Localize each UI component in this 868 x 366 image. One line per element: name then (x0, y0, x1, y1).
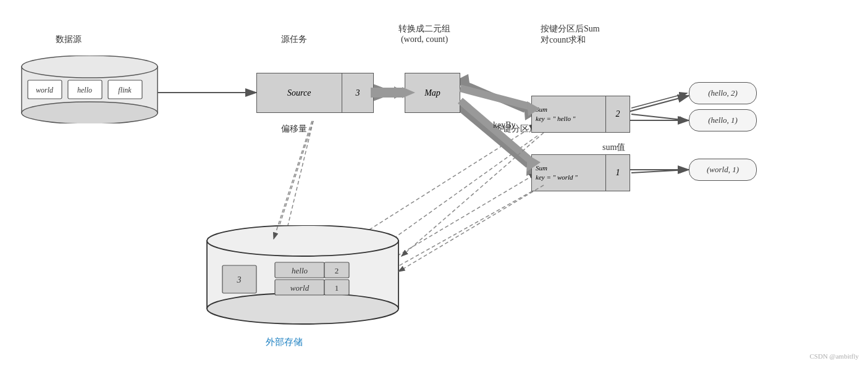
svg-line-0 (284, 121, 313, 241)
svg-point-32 (207, 225, 398, 256)
sum-world-box: Sumkey = " world " 1 (531, 154, 630, 191)
source-label: Source (257, 88, 342, 98)
sum-section-label: 按键分区后Sum 对count求和 (541, 23, 600, 46)
svg-line-16 (624, 96, 689, 113)
sum-world-num: 1 (606, 168, 630, 178)
svg-point-23 (22, 56, 158, 78)
transform-label: 转换成二元组 (word, count) (398, 23, 450, 44)
result2-box: (hello, 1) (689, 109, 757, 131)
svg-text:3: 3 (237, 275, 242, 285)
external-db: 3 hello 2 world 1 hello world (204, 225, 402, 333)
sum-val-label: sum值 (602, 142, 625, 153)
svg-line-14 (456, 105, 528, 165)
svg-text:hello: hello (292, 266, 308, 275)
result3-box: (world, 1) (689, 159, 757, 181)
svg-text:1: 1 (335, 283, 339, 293)
svg-text:flink: flink (118, 86, 132, 94)
watermark: CSDN @ambitfly (810, 352, 859, 360)
svg-line-2 (383, 188, 537, 275)
source-num: 3 (342, 88, 373, 98)
svg-line-12 (456, 80, 525, 110)
source-task-label: 源任务 (281, 34, 307, 45)
datasource-label: 数据源 (56, 34, 82, 45)
offset-label: 偏移量 (281, 123, 307, 135)
sum-hello-num: 2 (606, 109, 630, 119)
external-storage-label: 外部存储 (266, 336, 303, 348)
sum-hello-box: Sumkey = " hello " 2 (531, 96, 630, 133)
source-box: Source 3 (256, 73, 374, 113)
svg-line-21 (275, 121, 313, 239)
map-box: Map (405, 73, 460, 113)
cylinder-shape: world hello flink (19, 56, 161, 126)
svg-text:hello: hello (77, 86, 92, 94)
svg-text:world: world (36, 86, 54, 94)
result1-box: (hello, 2) (689, 82, 757, 104)
svg-point-24 (22, 102, 158, 123)
sum-world-label: Sumkey = " world " (532, 164, 605, 183)
svg-text:2: 2 (335, 266, 339, 275)
svg-text:world: world (290, 283, 310, 293)
sum-hello-label: Sumkey = " hello " (532, 105, 605, 124)
svg-point-33 (207, 293, 398, 324)
